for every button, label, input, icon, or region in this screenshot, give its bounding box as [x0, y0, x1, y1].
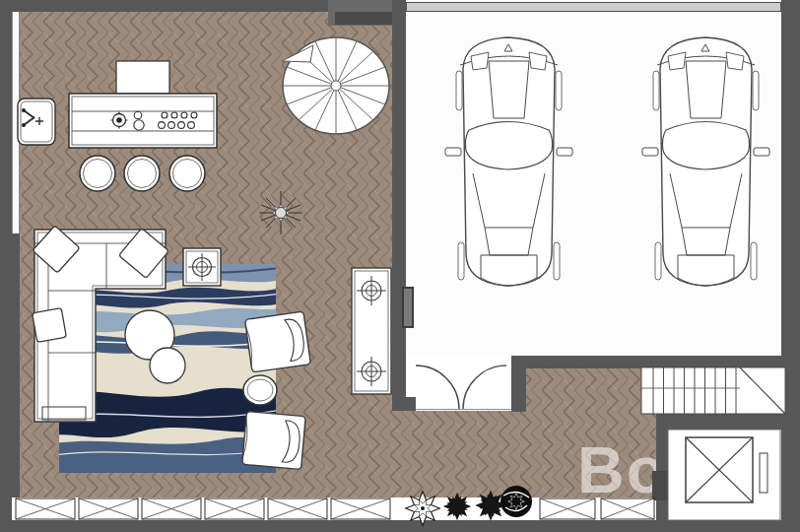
window-pane	[331, 499, 390, 519]
window-row-right	[540, 499, 654, 519]
double-door	[392, 356, 511, 411]
window-pane	[540, 499, 595, 519]
potted-plant-icon	[259, 191, 302, 234]
round-side-table	[243, 375, 277, 405]
window-pane	[79, 499, 138, 519]
window-row-left	[16, 499, 390, 519]
elevator	[668, 430, 780, 520]
car-icon	[642, 37, 769, 286]
floor-plan: Bo	[0, 0, 800, 532]
window-pane	[268, 499, 327, 519]
pillow	[33, 308, 67, 343]
car-icon	[445, 37, 572, 286]
spiral-staircase	[282, 37, 389, 134]
plant-shrub-icon	[443, 493, 472, 521]
window-pane	[16, 499, 75, 519]
kitchen-island	[69, 94, 217, 148]
staircase	[641, 367, 785, 414]
planters	[406, 486, 532, 525]
window-pane	[142, 499, 201, 519]
plant-flower-icon	[406, 492, 440, 526]
armchair	[242, 411, 305, 469]
bar-stools	[80, 156, 205, 191]
window-pane	[205, 499, 264, 519]
square-side-table	[183, 248, 221, 286]
window-pane	[601, 499, 654, 519]
furniture-layer	[0, 0, 800, 532]
armchair	[245, 311, 311, 372]
kitchen	[18, 61, 217, 191]
wall-sink	[18, 99, 55, 145]
plant-round-icon	[500, 486, 532, 517]
range-hood	[116, 61, 169, 94]
media-console	[352, 268, 391, 394]
elevator-door-slit	[760, 453, 767, 493]
